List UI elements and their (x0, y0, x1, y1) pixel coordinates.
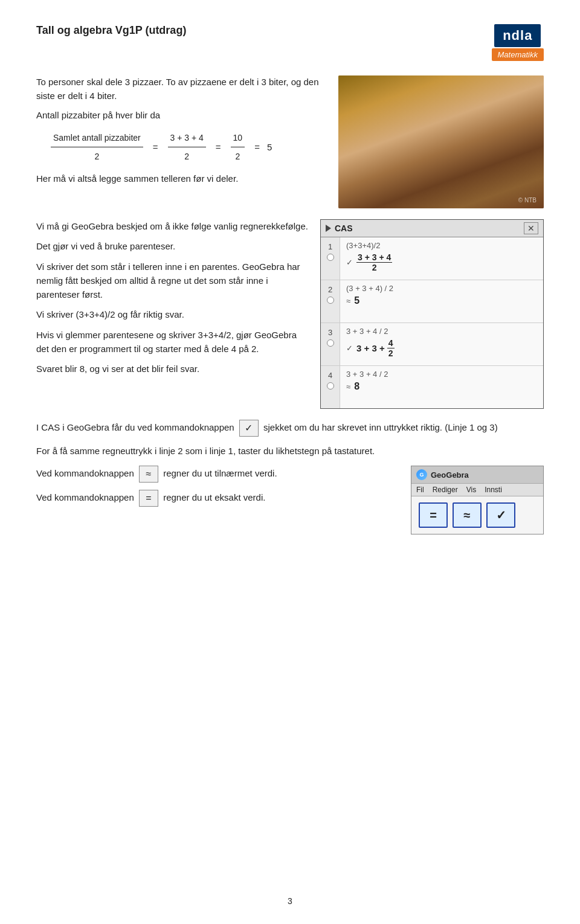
cas-radio-2[interactable] (327, 297, 334, 304)
gg-approx-button[interactable]: ≈ (453, 502, 482, 528)
cas-radio-4[interactable] (327, 382, 334, 390)
cas-row-1: 1 (3+3+4)/2 ✓ 3 + 3 + 4 2 (321, 237, 543, 280)
cas-input-1: (3+3+4)/2 (346, 241, 537, 250)
bottom-para3-before: Ved kommandoknappen (36, 468, 134, 478)
section1-para5: Hvis vi glemmer parentesene og skriver 3… (36, 328, 308, 356)
formula-equals1: = (153, 137, 158, 157)
bottom-section: I CAS i GeoGebra får du ved kommandoknap… (36, 420, 544, 458)
formula-line: Samlet antall pizzabiter 2 = 3 + 3 + 4 2… (48, 129, 326, 167)
cas-close-button[interactable]: ✕ (524, 222, 538, 234)
cas-row-num-3: 3 (321, 323, 340, 365)
cas-radio-3[interactable] (327, 339, 334, 347)
cas-row-num-2: 2 (321, 280, 340, 322)
geogebra-menu: Fil Rediger Vis Innsti (411, 484, 543, 496)
cas-row-number-2: 2 (328, 285, 332, 294)
geogebra-logo: G (416, 469, 427, 480)
formula-denominator: 2 (92, 147, 102, 166)
pizza-image: © NTB (338, 75, 544, 208)
geogebra-title: GeoGebra (431, 470, 469, 480)
cas-output-3: ✓ 3 + 3 + 4 2 (346, 338, 537, 358)
intro-text: To personer skal dele 3 pizzaer. To av p… (36, 75, 326, 208)
cas-row-content-3: 3 + 3 + 4 / 2 ✓ 3 + 3 + 4 2 (340, 323, 543, 365)
geogebra-panel: G GeoGebra Fil Rediger Vis Innsti = ≈ ✓ (411, 466, 544, 534)
equals-button-inline: = (139, 490, 158, 507)
cas-output-fraction-1: 3 + 3 + 4 2 (356, 252, 392, 272)
cas-header-left: CAS (326, 223, 353, 233)
formula-numerator-label: Samlet antall pizzabiter (51, 129, 143, 148)
intro-para1: To personer skal dele 3 pizzaer. To av p… (36, 75, 326, 103)
formula-fraction-values: 3 + 3 + 4 2 (168, 129, 206, 167)
cas-row-content-4: 3 + 3 + 4 / 2 ≈ 8 (340, 366, 543, 408)
section1-para1: Vi må gi GeoGebra beskjed om å ikke følg… (36, 219, 308, 233)
cas-panel-container: CAS ✕ 1 (3+3+4)/2 ✓ 3 + 3 + 4 (320, 219, 544, 409)
gg-menu-vis[interactable]: Vis (466, 486, 476, 494)
cas-row-number-1: 1 (328, 242, 332, 251)
formula-result-num: 10 (231, 129, 245, 148)
formula-fraction-label: Samlet antall pizzabiter 2 (51, 129, 143, 167)
cas-result-4: 8 (354, 381, 359, 392)
ndla-logo: ndla Matematikk (492, 24, 544, 61)
cas-input-3: 3 + 3 + 4 / 2 (346, 327, 537, 336)
cas-input-4: 3 + 3 + 4 / 2 (346, 370, 537, 379)
section1-para6: Svaret blir 8, og vi ser at det blir fei… (36, 362, 308, 376)
cas-collapse-icon[interactable] (326, 225, 331, 232)
bottom-para1-before: I CAS i GeoGebra får du ved kommandoknap… (36, 422, 234, 432)
formula-equals3: = (254, 137, 260, 157)
geogebra-header: G GeoGebra (411, 466, 543, 484)
formula-block: Samlet antall pizzabiter 2 = 3 + 3 + 4 2… (48, 129, 326, 167)
page-number: 3 (288, 896, 292, 906)
gg-menu-rediger[interactable]: Rediger (433, 486, 458, 494)
image-credit: © NTB (515, 194, 540, 206)
gg-equals-button[interactable]: = (419, 502, 448, 528)
cas-frac-num-1: 3 + 3 + 4 (356, 252, 392, 263)
formula-numerator-values: 3 + 3 + 4 (168, 129, 206, 148)
cas-frac-den-3: 2 (387, 348, 395, 358)
formula-denominator-2: 2 (182, 147, 192, 166)
cas-row-3: 3 3 + 3 + 4 / 2 ✓ 3 + 3 + 4 2 (321, 323, 543, 366)
cas-result-fraction-3: 4 2 (387, 338, 395, 358)
bottom-para3: Ved kommandoknappen ≈ regner du ut tilnæ… (36, 466, 399, 483)
cas-output-4: ≈ 8 (346, 381, 537, 392)
gg-menu-fil[interactable]: Fil (416, 486, 424, 494)
main-content: Vi må gi GeoGebra beskjed om å ikke følg… (36, 219, 544, 409)
formula-equals2: = (216, 137, 221, 157)
section1-para3: Vi skriver det som står i telleren inne … (36, 260, 308, 302)
page-title: Tall og algebra Vg1P (utdrag) (36, 24, 186, 37)
ndla-logo-name: ndla (494, 24, 541, 47)
cas-row-2: 2 (3 + 3 + 4) / 2 ≈ 5 (321, 280, 543, 323)
cas-row-4: 4 3 + 3 + 4 / 2 ≈ 8 (321, 366, 543, 408)
bottom-para1-after: sjekket om du har skrevet inn uttrykket … (263, 422, 498, 432)
cas-panel: CAS ✕ 1 (3+3+4)/2 ✓ 3 + 3 + 4 (320, 219, 544, 409)
cas-row-content-2: (3 + 3 + 4) / 2 ≈ 5 (340, 280, 543, 322)
cas-row-content-1: (3+3+4)/2 ✓ 3 + 3 + 4 2 (340, 237, 543, 280)
cas-output-1: ✓ 3 + 3 + 4 2 (346, 252, 537, 272)
cas-radio-1[interactable] (327, 254, 334, 261)
formula-final-result: 5 (267, 137, 272, 157)
bottom-para4: Ved kommandoknappen = regner du ut eksak… (36, 490, 399, 507)
bottom-row: Ved kommandoknappen ≈ regner du ut tilnæ… (36, 466, 544, 534)
cas-checkmark-1: ✓ (346, 258, 353, 267)
cas-title: CAS (335, 223, 353, 233)
gg-check-button[interactable]: ✓ (486, 502, 515, 528)
cas-row-number-3: 3 (328, 328, 332, 337)
cas-row-num-4: 4 (321, 366, 340, 408)
cas-frac-num-3: 4 (387, 338, 395, 348)
cas-checkmark-3: ✓ (346, 344, 353, 353)
intro-para2: Antall pizzabiter på hver blir da (36, 109, 326, 123)
cas-header: CAS ✕ (321, 220, 543, 237)
cas-output-2: ≈ 5 (346, 295, 537, 306)
bottom-left: Ved kommandoknappen ≈ regner du ut tilnæ… (36, 466, 399, 514)
formula-caption: Her må vi altså legge sammen telleren fø… (36, 172, 326, 186)
check-button-inline: ✓ (239, 420, 259, 437)
bottom-para2: For å få samme regneuttrykk i linje 2 so… (36, 444, 544, 458)
bottom-para1: I CAS i GeoGebra får du ved kommandoknap… (36, 420, 544, 437)
page-header: Tall og algebra Vg1P (utdrag) ndla Matem… (36, 24, 544, 61)
approx-button-inline: ≈ (139, 466, 158, 483)
cas-approx-2: ≈ (346, 297, 350, 306)
cas-row-num-1: 1 (321, 237, 340, 280)
cas-output-expr-3: 3 + 3 + 4 2 (356, 338, 395, 358)
formula-fraction-result: 10 2 (231, 129, 245, 167)
gg-menu-innsti[interactable]: Innsti (485, 486, 502, 494)
cas-approx-4: ≈ (346, 382, 350, 391)
bottom-para3-after: regner du ut tilnærmet verdi. (163, 468, 277, 478)
